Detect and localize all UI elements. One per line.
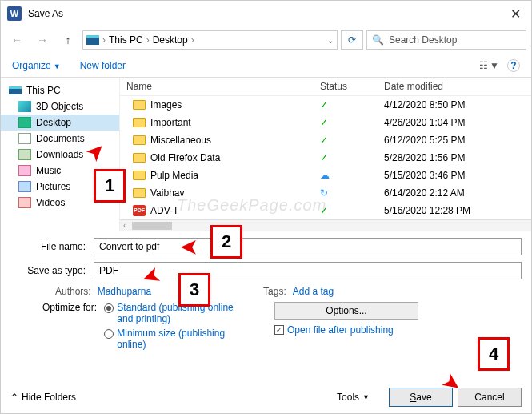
file-name: Vaibhav [150,187,184,199]
caret-down-icon: ▼ [490,60,499,71]
chevron-right-icon: › [146,34,150,46]
file-date: 6/12/2020 5:25 PM [384,135,531,146]
col-name[interactable]: Name [120,81,320,92]
pictures-icon [18,181,31,192]
hide-folders-button[interactable]: ⌃Hide Folders [10,392,76,403]
list-item[interactable]: Vaibhav↻6/14/2020 2:12 AM [120,184,531,202]
videos-icon [18,197,31,208]
pc-icon [86,35,99,45]
forward-button[interactable]: → [31,29,54,51]
save-type-label: Save as type: [10,265,94,276]
caret-down-icon: ▼ [54,62,61,70]
file-date: 5/28/2020 1:56 PM [384,152,531,163]
list-item[interactable]: PDFADV-T✓5/16/2020 12:28 PM [120,202,531,219]
search-icon: 🔍 [372,34,384,46]
status-icon: ✓ [320,152,328,163]
col-date[interactable]: Date modified [384,81,531,92]
radio-minimum[interactable]: Minimum size (publishing online) [104,328,240,350]
breadcrumb-desktop[interactable]: Desktop [153,34,188,46]
pc-icon [9,86,22,94]
tools-menu[interactable]: Tools▼ [337,392,370,403]
folder-icon [133,118,146,127]
radio-standard[interactable]: Standard (publishing online and printing… [104,302,240,324]
list-icon: ☷ [479,60,488,71]
list-item[interactable]: Images✓4/12/2020 8:50 PM [120,96,531,114]
list-item[interactable]: Old Firefox Data✓5/28/2020 1:56 PM [120,149,531,167]
status-icon: ☁ [320,170,330,181]
close-button[interactable]: ✕ [499,1,531,26]
authors-value[interactable]: Madhuparna [98,286,151,297]
open-after-checkbox[interactable]: ✓Open file after publishing [274,324,522,336]
file-name: Pulp Media [150,170,198,181]
file-date: 5/16/2020 12:28 PM [384,205,531,216]
file-date: 6/14/2020 2:12 AM [384,187,531,199]
refresh-button[interactable]: ⟳ [341,30,363,50]
tags-label: Tags: [263,286,286,297]
file-name: Miscellaneous [150,135,211,146]
chevron-right-icon: › [102,34,106,46]
cancel-button[interactable]: Cancel [458,388,522,407]
tree-this-pc[interactable]: This PC [1,82,119,98]
annotation-1: 1 [94,169,126,203]
optimize-label: Optimize for: [42,302,97,313]
breadcrumb-dropdown-icon[interactable]: ⌄ [327,36,334,45]
annotation-3: 3 [178,273,210,307]
file-name: Old Firefox Data [150,152,220,163]
folder-icon [133,100,146,110]
annotation-2: 2 [210,225,242,259]
window-title: Save As [28,8,499,19]
file-name: Images [150,99,182,111]
column-headers: Name Status Date modified [120,78,531,96]
folder-icon [133,171,146,180]
folder-icon [133,153,146,163]
folder-icon [133,135,146,145]
annotation-4: 4 [478,337,510,371]
organize-menu[interactable]: Organize▼ [12,60,61,71]
file-date: 5/15/2020 3:46 PM [384,170,531,181]
arrow-icon: ➤ [180,235,198,261]
tags-value[interactable]: Add a tag [293,286,334,297]
file-name: ADV-T [150,205,178,216]
view-options-button[interactable]: ☷▼ [479,59,499,72]
status-icon: ✓ [320,205,328,216]
documents-icon [18,133,31,144]
tree-desktop[interactable]: Desktop [1,115,119,131]
checkbox-icon: ✓ [274,325,284,335]
search-placeholder: Search Desktop [389,34,457,46]
col-status[interactable]: Status [320,81,384,92]
tree-3d-objects[interactable]: 3D Objects [1,98,119,115]
breadcrumb[interactable]: › This PC › Desktop › ⌄ [82,30,338,50]
up-button[interactable]: ↑ [57,29,79,51]
status-icon: ✓ [320,135,328,146]
file-name-input[interactable] [94,238,522,255]
breadcrumb-this-pc[interactable]: This PC [109,34,143,46]
pdf-icon: PDF [133,205,146,216]
back-button[interactable]: ← [6,29,28,51]
status-icon: ✓ [320,99,328,111]
word-app-icon: W [7,6,22,21]
status-icon: ↻ [320,187,328,199]
desktop-icon [18,117,31,128]
cube-icon [18,101,31,112]
save-form: File name: Save as type: Authors:Madhupa… [1,231,531,356]
list-item[interactable]: Pulp Media☁5/15/2020 3:46 PM [120,167,531,184]
options-button[interactable]: Options... [274,302,418,320]
scrollbar-horizontal[interactable]: ‹ [120,219,531,231]
music-icon [18,165,31,176]
list-item[interactable]: Miscellaneous✓6/12/2020 5:25 PM [120,131,531,149]
status-icon: ✓ [320,117,328,128]
help-button[interactable]: ? [507,59,520,72]
title-bar: W Save As ✕ [1,1,531,26]
file-name-label: File name: [10,241,94,252]
downloads-icon [18,149,31,160]
search-input[interactable]: 🔍 Search Desktop [366,30,526,50]
list-item[interactable]: Important✓4/26/2020 1:04 PM [120,114,531,131]
file-date: 4/26/2020 1:04 PM [384,117,531,128]
file-date: 4/12/2020 8:50 PM [384,99,531,111]
caret-down-icon: ▼ [362,393,370,401]
radio-icon [104,303,114,313]
new-folder-button[interactable]: New folder [80,60,126,71]
file-name: Important [150,117,191,128]
chevron-up-icon: ⌃ [10,392,18,403]
radio-icon [104,329,114,339]
